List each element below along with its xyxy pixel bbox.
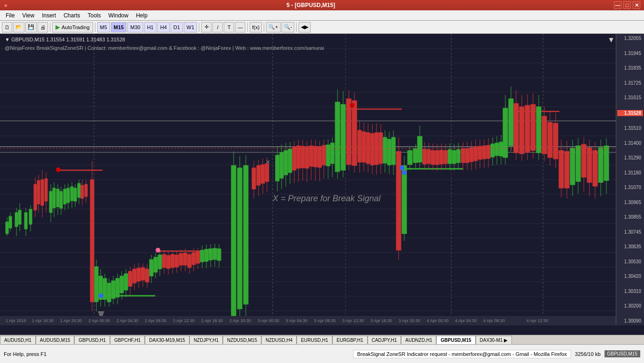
svg-rect-84 (103, 278, 107, 300)
svg-rect-172 (314, 146, 317, 167)
svg-rect-190 (358, 130, 361, 162)
svg-text:2 Apr 04:30: 2 Apr 04:30 (117, 318, 138, 323)
indicators-button[interactable]: f(x) (250, 22, 262, 32)
svg-rect-110 (158, 255, 162, 269)
svg-rect-170 (309, 146, 313, 166)
price-label-7: 1.31290 (617, 155, 643, 160)
svg-text:4 Apr 08:30: 4 Apr 08:30 (483, 318, 505, 323)
svg-rect-98 (133, 269, 136, 283)
svg-rect-140 (231, 166, 236, 316)
svg-rect-180 (330, 143, 334, 164)
svg-rect-46 (29, 209, 32, 224)
tab-audusd-h1[interactable]: AUDUSD,H1 (0, 336, 36, 344)
svg-rect-86 (107, 283, 111, 302)
svg-point-301 (402, 170, 407, 175)
svg-text:2 Apr 08:30: 2 Apr 08:30 (145, 318, 166, 323)
price-axis: 1.32055 1.31945 1.31835 1.31725 1.31615 … (616, 34, 644, 325)
price-label-15: 1.30420 (617, 274, 643, 279)
svg-rect-62 (60, 191, 63, 208)
svg-rect-282 (576, 146, 581, 182)
tab-nzdusd-m15[interactable]: NZDUSD,M15 (223, 336, 261, 344)
menu-tools[interactable]: Tools (84, 10, 105, 20)
tab-gbpchf-h1[interactable]: GBPCHF,H1 (110, 336, 145, 344)
text-button[interactable]: T (224, 22, 234, 32)
crosshair-button[interactable]: ✛ (201, 22, 212, 32)
timeframe-w1[interactable]: W1 (184, 22, 197, 32)
menu-insert[interactable]: Insert (38, 10, 60, 20)
svg-rect-38 (9, 216, 12, 228)
timeframe-d1[interactable]: D1 (171, 22, 183, 32)
svg-rect-262 (519, 107, 524, 154)
menu-file[interactable]: File (2, 10, 18, 20)
tab-gbpusd-m15[interactable]: GBPUSD,M15 (436, 336, 475, 344)
chart-scroll-button[interactable]: ◀▶ (298, 22, 311, 32)
timeframe-m5[interactable]: M5 (97, 22, 110, 32)
new-chart-button[interactable]: 🗋 (2, 22, 12, 32)
svg-rect-186 (346, 99, 351, 165)
menu-window[interactable]: Window (105, 10, 133, 20)
svg-rect-72 (78, 183, 80, 197)
hline-button[interactable]: — (235, 22, 245, 32)
open-button[interactable]: 📂 (13, 22, 24, 32)
svg-text:2 Apr 12:30: 2 Apr 12:30 (173, 318, 195, 323)
timeframe-h4[interactable]: H4 (157, 22, 170, 32)
svg-rect-96 (128, 271, 132, 286)
tab-gbpusd-h1[interactable]: GBPUSD,H1 (74, 336, 110, 344)
price-label-12: 1.30745 (617, 229, 643, 235)
svg-text:3 Apr 04:30: 3 Apr 04:30 (286, 318, 307, 323)
svg-rect-44 (24, 213, 27, 229)
tab-eurgbp-h1[interactable]: EURGBP,H1 (332, 336, 368, 344)
tab-eurusd-h1[interactable]: EURUSD,H1 (297, 336, 332, 344)
maximize-button[interactable]: □ (623, 1, 631, 9)
tab-dax30-m1[interactable]: DAX30-M1 ▶ (476, 336, 512, 344)
menu-charts[interactable]: Charts (60, 10, 84, 20)
minimize-button[interactable]: — (614, 1, 621, 9)
svg-rect-264 (525, 105, 530, 152)
tab-dax30-m19-m15[interactable]: DAX30-M19,M15 (145, 336, 189, 344)
save-button[interactable]: 💾 (25, 22, 37, 32)
svg-rect-230 (448, 150, 452, 164)
svg-rect-36 (6, 222, 8, 234)
price-label-8: 1.31180 (617, 170, 643, 175)
zoom-out-button[interactable]: 🔍- (282, 22, 295, 32)
svg-rect-178 (326, 145, 330, 166)
print-button[interactable]: 🖨 (38, 22, 48, 32)
timeframe-h1[interactable]: H1 (144, 22, 157, 32)
menu-view[interactable]: View (18, 10, 38, 20)
svg-rect-160 (288, 149, 292, 173)
autotrading-button[interactable]: ▶ AutoTrading (52, 22, 93, 32)
svg-rect-70 (74, 188, 77, 201)
draw-button[interactable]: / (212, 22, 223, 32)
svg-rect-88 (111, 281, 115, 299)
svg-rect-284 (581, 144, 586, 177)
menu-help[interactable]: Help (132, 10, 151, 20)
close-button[interactable]: ✕ (633, 1, 640, 9)
svg-rect-90 (116, 278, 119, 297)
svg-rect-220 (427, 150, 431, 164)
tab-nzdusd-h4[interactable]: NZDUSD,H4 (261, 336, 297, 344)
svg-rect-182 (335, 102, 340, 172)
tab-nzdjpy-h1[interactable]: NZDJPY,H1 (189, 336, 223, 344)
svg-text:4 Apr 04:30: 4 Apr 04:30 (455, 318, 477, 323)
tab-cadjpy-h1[interactable]: CADJPY,H1 (368, 336, 401, 344)
svg-rect-238 (465, 149, 469, 163)
svg-rect-166 (301, 146, 305, 168)
svg-rect-168 (305, 147, 309, 168)
price-label-14: 1.30530 (617, 259, 643, 264)
svg-rect-128 (196, 252, 200, 263)
svg-point-295 (56, 167, 61, 172)
svg-rect-74 (81, 185, 84, 198)
timeframe-m15[interactable]: M15 (111, 22, 126, 32)
svg-rect-260 (514, 103, 518, 153)
title-bar: ● 5 - [GBPUSD,M15] — □ ✕ (0, 0, 644, 10)
tab-audusd-m15[interactable]: AUDUSD,M15 (36, 336, 74, 344)
svg-rect-108 (154, 257, 157, 272)
price-label-16: 1.30310 (617, 289, 643, 294)
zoom-in-button[interactable]: 🔍+ (266, 22, 280, 32)
scroll-arrow[interactable]: ▼ (607, 36, 615, 44)
timeframe-m30[interactable]: M30 (127, 22, 143, 32)
status-notification: BreakSignal ZoneSR Indicatror request - … (353, 350, 571, 358)
svg-point-296 (156, 248, 160, 253)
window-title: 5 - [GBPUSD,M15] (8, 2, 614, 8)
tab-audnzd-h1[interactable]: AUDNZD,H1 (401, 336, 436, 344)
